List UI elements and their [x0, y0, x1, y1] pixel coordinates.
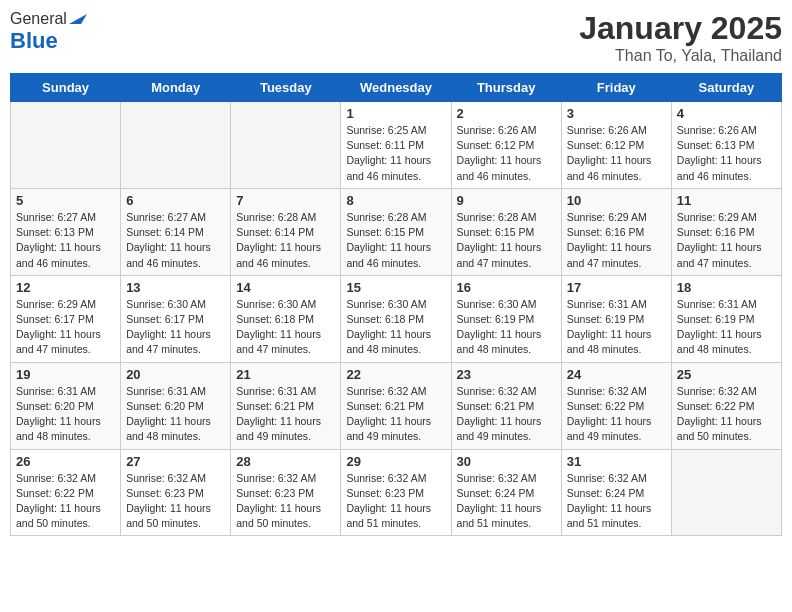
- calendar-week-row: 1Sunrise: 6:25 AMSunset: 6:11 PMDaylight…: [11, 102, 782, 189]
- calendar-cell: [121, 102, 231, 189]
- calendar-cell: 17Sunrise: 6:31 AMSunset: 6:19 PMDayligh…: [561, 275, 671, 362]
- day-info: Sunrise: 6:32 AMSunset: 6:23 PMDaylight:…: [236, 471, 335, 532]
- day-info: Sunrise: 6:30 AMSunset: 6:17 PMDaylight:…: [126, 297, 225, 358]
- weekday-header: Friday: [561, 74, 671, 102]
- day-number: 22: [346, 367, 445, 382]
- calendar-cell: 28Sunrise: 6:32 AMSunset: 6:23 PMDayligh…: [231, 449, 341, 536]
- calendar-cell: 2Sunrise: 6:26 AMSunset: 6:12 PMDaylight…: [451, 102, 561, 189]
- day-info: Sunrise: 6:30 AMSunset: 6:18 PMDaylight:…: [346, 297, 445, 358]
- calendar-cell: 24Sunrise: 6:32 AMSunset: 6:22 PMDayligh…: [561, 362, 671, 449]
- weekday-header: Tuesday: [231, 74, 341, 102]
- day-info: Sunrise: 6:29 AMSunset: 6:17 PMDaylight:…: [16, 297, 115, 358]
- day-number: 23: [457, 367, 556, 382]
- weekday-header: Wednesday: [341, 74, 451, 102]
- calendar-cell: [231, 102, 341, 189]
- day-number: 21: [236, 367, 335, 382]
- day-number: 29: [346, 454, 445, 469]
- day-number: 1: [346, 106, 445, 121]
- day-info: Sunrise: 6:32 AMSunset: 6:22 PMDaylight:…: [567, 384, 666, 445]
- day-number: 10: [567, 193, 666, 208]
- day-info: Sunrise: 6:26 AMSunset: 6:13 PMDaylight:…: [677, 123, 776, 184]
- day-number: 28: [236, 454, 335, 469]
- day-info: Sunrise: 6:31 AMSunset: 6:19 PMDaylight:…: [567, 297, 666, 358]
- day-number: 20: [126, 367, 225, 382]
- calendar-table: SundayMondayTuesdayWednesdayThursdayFrid…: [10, 73, 782, 536]
- day-info: Sunrise: 6:32 AMSunset: 6:22 PMDaylight:…: [677, 384, 776, 445]
- calendar-subtitle: Than To, Yala, Thailand: [579, 47, 782, 65]
- calendar-cell: 7Sunrise: 6:28 AMSunset: 6:14 PMDaylight…: [231, 188, 341, 275]
- svg-marker-0: [69, 14, 87, 24]
- calendar-cell: 20Sunrise: 6:31 AMSunset: 6:20 PMDayligh…: [121, 362, 231, 449]
- day-info: Sunrise: 6:32 AMSunset: 6:23 PMDaylight:…: [346, 471, 445, 532]
- calendar-cell: 11Sunrise: 6:29 AMSunset: 6:16 PMDayligh…: [671, 188, 781, 275]
- calendar-cell: 15Sunrise: 6:30 AMSunset: 6:18 PMDayligh…: [341, 275, 451, 362]
- calendar-cell: 16Sunrise: 6:30 AMSunset: 6:19 PMDayligh…: [451, 275, 561, 362]
- day-number: 25: [677, 367, 776, 382]
- day-info: Sunrise: 6:32 AMSunset: 6:24 PMDaylight:…: [567, 471, 666, 532]
- calendar-week-row: 26Sunrise: 6:32 AMSunset: 6:22 PMDayligh…: [11, 449, 782, 536]
- calendar-cell: 1Sunrise: 6:25 AMSunset: 6:11 PMDaylight…: [341, 102, 451, 189]
- day-number: 8: [346, 193, 445, 208]
- calendar-week-row: 12Sunrise: 6:29 AMSunset: 6:17 PMDayligh…: [11, 275, 782, 362]
- day-info: Sunrise: 6:29 AMSunset: 6:16 PMDaylight:…: [677, 210, 776, 271]
- calendar-cell: 19Sunrise: 6:31 AMSunset: 6:20 PMDayligh…: [11, 362, 121, 449]
- day-number: 16: [457, 280, 556, 295]
- calendar-cell: 14Sunrise: 6:30 AMSunset: 6:18 PMDayligh…: [231, 275, 341, 362]
- day-info: Sunrise: 6:26 AMSunset: 6:12 PMDaylight:…: [457, 123, 556, 184]
- day-info: Sunrise: 6:28 AMSunset: 6:15 PMDaylight:…: [346, 210, 445, 271]
- day-number: 17: [567, 280, 666, 295]
- day-number: 7: [236, 193, 335, 208]
- calendar-cell: [11, 102, 121, 189]
- weekday-header: Sunday: [11, 74, 121, 102]
- calendar-cell: 30Sunrise: 6:32 AMSunset: 6:24 PMDayligh…: [451, 449, 561, 536]
- day-info: Sunrise: 6:32 AMSunset: 6:23 PMDaylight:…: [126, 471, 225, 532]
- logo-blue-text: Blue: [10, 28, 58, 53]
- calendar-cell: 3Sunrise: 6:26 AMSunset: 6:12 PMDaylight…: [561, 102, 671, 189]
- day-info: Sunrise: 6:31 AMSunset: 6:19 PMDaylight:…: [677, 297, 776, 358]
- weekday-header: Saturday: [671, 74, 781, 102]
- day-info: Sunrise: 6:31 AMSunset: 6:20 PMDaylight:…: [16, 384, 115, 445]
- day-info: Sunrise: 6:29 AMSunset: 6:16 PMDaylight:…: [567, 210, 666, 271]
- day-info: Sunrise: 6:31 AMSunset: 6:21 PMDaylight:…: [236, 384, 335, 445]
- calendar-cell: 6Sunrise: 6:27 AMSunset: 6:14 PMDaylight…: [121, 188, 231, 275]
- calendar-cell: 5Sunrise: 6:27 AMSunset: 6:13 PMDaylight…: [11, 188, 121, 275]
- calendar-header-row: SundayMondayTuesdayWednesdayThursdayFrid…: [11, 74, 782, 102]
- day-number: 6: [126, 193, 225, 208]
- day-number: 15: [346, 280, 445, 295]
- day-info: Sunrise: 6:27 AMSunset: 6:13 PMDaylight:…: [16, 210, 115, 271]
- day-info: Sunrise: 6:32 AMSunset: 6:22 PMDaylight:…: [16, 471, 115, 532]
- calendar-cell: 22Sunrise: 6:32 AMSunset: 6:21 PMDayligh…: [341, 362, 451, 449]
- day-info: Sunrise: 6:27 AMSunset: 6:14 PMDaylight:…: [126, 210, 225, 271]
- day-info: Sunrise: 6:28 AMSunset: 6:15 PMDaylight:…: [457, 210, 556, 271]
- day-number: 13: [126, 280, 225, 295]
- calendar-cell: 25Sunrise: 6:32 AMSunset: 6:22 PMDayligh…: [671, 362, 781, 449]
- calendar-title-block: January 2025 Than To, Yala, Thailand: [579, 10, 782, 65]
- calendar-cell: 4Sunrise: 6:26 AMSunset: 6:13 PMDaylight…: [671, 102, 781, 189]
- day-number: 31: [567, 454, 666, 469]
- day-number: 5: [16, 193, 115, 208]
- calendar-cell: 18Sunrise: 6:31 AMSunset: 6:19 PMDayligh…: [671, 275, 781, 362]
- day-number: 19: [16, 367, 115, 382]
- logo: General Blue: [10, 10, 87, 54]
- calendar-cell: 12Sunrise: 6:29 AMSunset: 6:17 PMDayligh…: [11, 275, 121, 362]
- calendar-cell: 10Sunrise: 6:29 AMSunset: 6:16 PMDayligh…: [561, 188, 671, 275]
- day-number: 2: [457, 106, 556, 121]
- calendar-cell: 26Sunrise: 6:32 AMSunset: 6:22 PMDayligh…: [11, 449, 121, 536]
- day-info: Sunrise: 6:32 AMSunset: 6:24 PMDaylight:…: [457, 471, 556, 532]
- weekday-header: Thursday: [451, 74, 561, 102]
- day-number: 9: [457, 193, 556, 208]
- day-number: 14: [236, 280, 335, 295]
- calendar-cell: 9Sunrise: 6:28 AMSunset: 6:15 PMDaylight…: [451, 188, 561, 275]
- day-info: Sunrise: 6:26 AMSunset: 6:12 PMDaylight:…: [567, 123, 666, 184]
- calendar-cell: 29Sunrise: 6:32 AMSunset: 6:23 PMDayligh…: [341, 449, 451, 536]
- day-number: 26: [16, 454, 115, 469]
- calendar-cell: 8Sunrise: 6:28 AMSunset: 6:15 PMDaylight…: [341, 188, 451, 275]
- weekday-header: Monday: [121, 74, 231, 102]
- calendar-week-row: 5Sunrise: 6:27 AMSunset: 6:13 PMDaylight…: [11, 188, 782, 275]
- day-info: Sunrise: 6:28 AMSunset: 6:14 PMDaylight:…: [236, 210, 335, 271]
- calendar-cell: 13Sunrise: 6:30 AMSunset: 6:17 PMDayligh…: [121, 275, 231, 362]
- calendar-cell: [671, 449, 781, 536]
- day-info: Sunrise: 6:32 AMSunset: 6:21 PMDaylight:…: [346, 384, 445, 445]
- calendar-cell: 31Sunrise: 6:32 AMSunset: 6:24 PMDayligh…: [561, 449, 671, 536]
- day-number: 27: [126, 454, 225, 469]
